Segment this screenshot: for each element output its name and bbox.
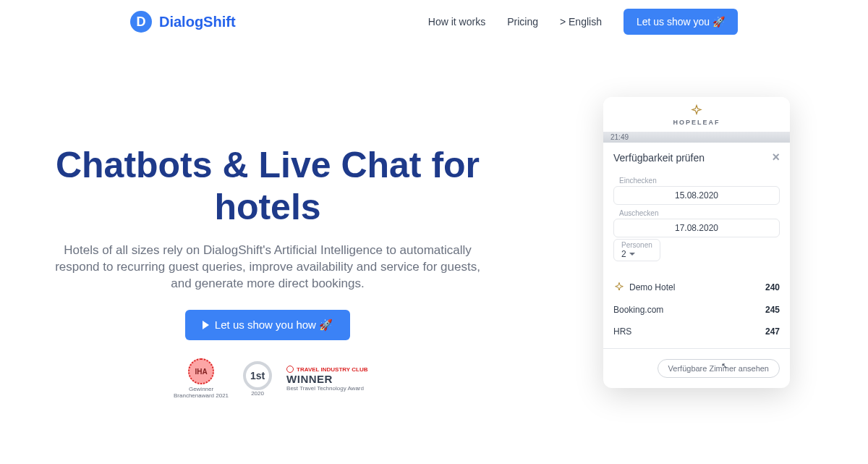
first-place-year: 2020: [251, 390, 264, 397]
chevron-down-icon: [629, 253, 635, 256]
iha-line1: Gewinner: [189, 386, 213, 392]
logo-text: DialogShift: [159, 14, 236, 30]
logo[interactable]: D DialogShift: [130, 11, 236, 33]
nav-pricing[interactable]: Pricing: [507, 16, 538, 28]
hero: Chatbots & Live Chat for hotels Hotels o…: [29, 145, 506, 340]
view-rooms-button[interactable]: Verfügbare Zimmer ansehen: [658, 359, 780, 378]
hero-cta-button[interactable]: Let us show you how 🚀: [185, 310, 350, 340]
header-cta-button[interactable]: Let us show you 🚀: [624, 9, 738, 35]
price-row: Booking.com 245: [613, 299, 780, 321]
close-icon[interactable]: ×: [772, 150, 780, 165]
price-value: 240: [765, 282, 780, 292]
price-name: Demo Hotel: [613, 282, 675, 293]
persons-select[interactable]: Personen 2: [613, 239, 660, 261]
checkout-label: Auschecken: [613, 209, 780, 217]
hero-cta-label: Let us show you how 🚀: [215, 319, 333, 332]
hopeleaf-logo: HOPELEAF: [673, 104, 720, 126]
checkin-input[interactable]: [613, 186, 780, 205]
winner-brand-text: TRAVEL INDUSTRY CLUB: [297, 366, 367, 373]
cursor-icon: ↖: [721, 361, 728, 371]
hotel-icon: [613, 282, 625, 293]
chat-footer: Verfügbare Zimmer ansehen ↖: [603, 352, 790, 388]
header-cta-label: Let us show you 🚀: [637, 16, 725, 28]
hopeleaf-text: HOPELEAF: [673, 119, 720, 126]
winner-brand: TRAVEL INDUSTRY CLUB: [286, 366, 367, 373]
nav-how-it-works[interactable]: How it works: [428, 16, 485, 28]
hero-subtitle: Hotels of all sizes rely on DialogShift'…: [29, 242, 506, 292]
checkin-label: Einchecken: [613, 177, 780, 185]
chat-widget: HOPELEAF 21:49 Verfügbarkeit prüfen × Ei…: [603, 97, 790, 388]
persons-value: 2: [621, 249, 652, 259]
chat-timestamp: 21:49: [603, 132, 790, 143]
iha-line2: Branchenaward 2021: [174, 392, 229, 399]
logo-icon: D: [130, 11, 152, 33]
chat-header: HOPELEAF: [603, 97, 790, 132]
price-label: Demo Hotel: [629, 282, 675, 292]
header: D DialogShift How it works Pricing > Eng…: [0, 0, 868, 43]
divider: [603, 348, 790, 349]
hero-title: Chatbots & Live Chat for hotels: [29, 145, 506, 228]
checkout-input[interactable]: [613, 219, 780, 237]
price-value: 247: [765, 326, 780, 337]
award-winner: TRAVEL INDUSTRY CLUB WINNER Best Travel …: [286, 366, 367, 392]
winner-sub: Best Travel Technology Award: [286, 385, 367, 392]
price-value: 245: [765, 305, 780, 315]
price-list: Demo Hotel 240 Booking.com 245 HRS 247: [603, 270, 790, 345]
persons-number: 2: [621, 249, 626, 259]
awards: IHA Gewinner Branchenaward 2021 1st 2020…: [174, 358, 367, 399]
chat-title-row: Verfügbarkeit prüfen ×: [603, 143, 790, 172]
play-icon: [203, 321, 209, 329]
persons-label: Personen: [621, 241, 652, 249]
award-first-place: 1st 2020: [243, 361, 272, 397]
chat-form: Einchecken Auschecken Personen 2: [603, 177, 790, 270]
price-row: Demo Hotel 240: [613, 276, 780, 299]
chat-title: Verfügbarkeit prüfen: [613, 152, 705, 164]
hopeleaf-icon: [690, 104, 703, 117]
price-name: HRS: [613, 326, 631, 337]
winner-brand-icon: [286, 366, 294, 373]
iha-badge-icon: IHA: [188, 358, 214, 384]
price-name: Booking.com: [613, 305, 663, 315]
nav: How it works Pricing > English Let us sh…: [428, 9, 738, 35]
price-row: HRS 247: [613, 321, 780, 342]
award-iha: IHA Gewinner Branchenaward 2021: [174, 358, 229, 399]
nav-language[interactable]: > English: [560, 16, 602, 28]
first-place-icon: 1st: [243, 361, 272, 390]
winner-title: WINNER: [286, 373, 367, 385]
